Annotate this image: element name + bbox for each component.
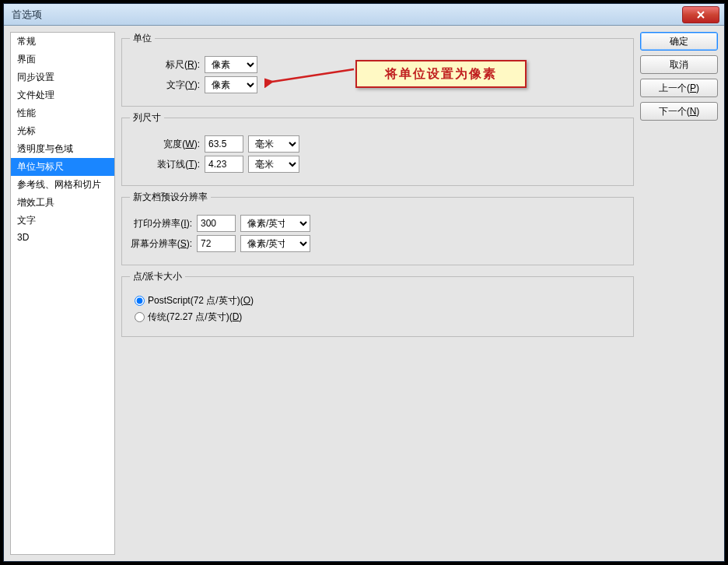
sidebar-item[interactable]: 3D	[11, 230, 114, 245]
pica-size-legend: 点/派卡大小	[130, 270, 185, 283]
dialog-body: 常规界面同步设置文件处理性能光标透明度与色域单位与标尺参考线、网格和切片增效工具…	[4, 26, 724, 561]
gutter-label: 装订线(T):	[130, 158, 200, 171]
print-res-unit-select[interactable]: 像素/英寸	[240, 215, 310, 232]
gutter-unit-select[interactable]: 毫米	[248, 156, 299, 173]
ruler-label: 标尺(R):	[130, 58, 200, 72]
sidebar-item[interactable]: 文件处理	[11, 86, 114, 104]
traditional-radio[interactable]	[135, 312, 145, 322]
close-icon	[695, 11, 706, 19]
print-res-input[interactable]	[197, 215, 236, 232]
units-legend: 单位	[130, 32, 155, 45]
postscript-label[interactable]: PostScript(72 点/英寸)(O)	[148, 294, 254, 307]
sidebar-item[interactable]: 单位与标尺	[11, 158, 114, 176]
sidebar-item[interactable]: 增效工具	[11, 194, 114, 212]
prev-button[interactable]: 上一个(P)	[640, 79, 718, 97]
screen-res-input[interactable]	[197, 235, 236, 252]
traditional-label[interactable]: 传统(72.27 点/英寸)(D)	[148, 311, 242, 324]
next-button[interactable]: 下一个(N)	[640, 102, 718, 121]
ok-button[interactable]: 确定	[640, 32, 718, 51]
screen-res-label: 屏幕分辨率(S):	[130, 237, 192, 251]
window-title: 首选项	[12, 8, 42, 22]
sidebar-item[interactable]: 参考线、网格和切片	[11, 176, 114, 194]
annotation-callout: 将单位设置为像素	[355, 60, 527, 88]
column-size-group: 列尺寸 宽度(W): 毫米 装订线(T): 毫米	[121, 111, 634, 186]
titlebar: 首选项	[4, 4, 724, 26]
sidebar-item[interactable]: 光标	[11, 122, 114, 140]
gutter-input[interactable]	[205, 156, 243, 173]
sidebar-item[interactable]: 同步设置	[11, 68, 114, 86]
settings-panel: 单位 标尺(R): 像素 文字(Y): 像素	[121, 32, 634, 555]
width-label: 宽度(W):	[130, 138, 200, 151]
type-units-select[interactable]: 像素	[205, 76, 257, 93]
ruler-units-select[interactable]: 像素	[205, 56, 257, 73]
width-input[interactable]	[205, 135, 243, 153]
pica-size-group: 点/派卡大小 PostScript(72 点/英寸)(O) 传统(72.27 点…	[121, 270, 634, 337]
sidebar-item[interactable]: 文字	[11, 212, 114, 230]
sidebar-item[interactable]: 性能	[11, 104, 114, 122]
category-sidebar: 常规界面同步设置文件处理性能光标透明度与色域单位与标尺参考线、网格和切片增效工具…	[10, 32, 115, 555]
postscript-radio[interactable]	[135, 296, 145, 306]
cancel-button[interactable]: 取消	[640, 55, 718, 74]
print-res-label: 打印分辨率(I):	[130, 217, 192, 230]
sidebar-item[interactable]: 常规	[11, 33, 114, 51]
close-button[interactable]	[682, 6, 719, 23]
type-label: 文字(Y):	[130, 79, 200, 92]
sidebar-item[interactable]: 界面	[11, 51, 114, 68]
screen-res-unit-select[interactable]: 像素/英寸	[240, 235, 310, 252]
sidebar-item[interactable]: 透明度与色域	[11, 140, 114, 158]
preferences-window: 首选项 常规界面同步设置文件处理性能光标透明度与色域单位与标尺参考线、网格和切片…	[3, 3, 725, 562]
width-unit-select[interactable]: 毫米	[248, 135, 299, 153]
column-size-legend: 列尺寸	[130, 111, 164, 125]
action-buttons: 确定 取消 上一个(P) 下一个(N)	[640, 32, 718, 555]
new-doc-resolution-group: 新文档预设分辨率 打印分辨率(I): 像素/英寸 屏幕分辨率(S):	[121, 191, 634, 265]
new-doc-resolution-legend: 新文档预设分辨率	[130, 191, 211, 204]
